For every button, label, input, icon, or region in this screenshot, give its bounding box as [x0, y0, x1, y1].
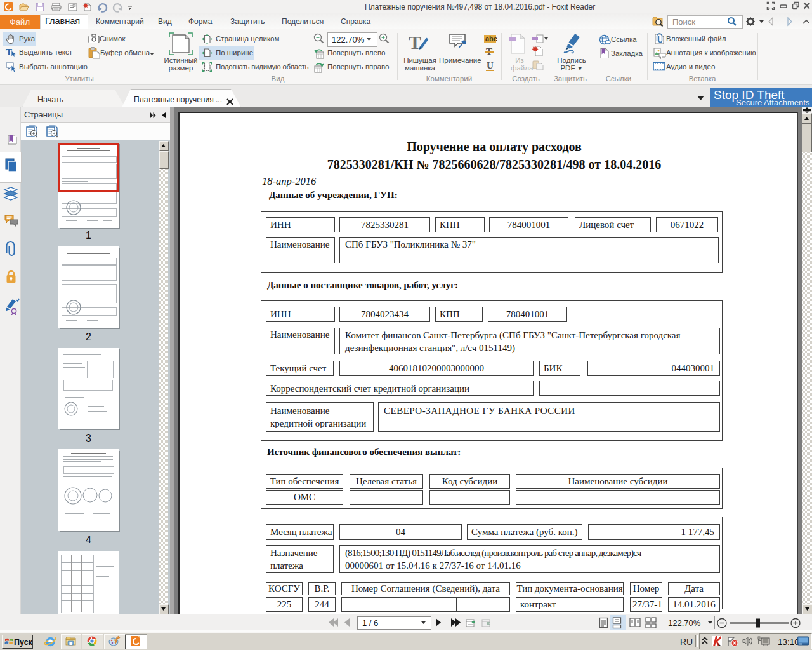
- svg-text:T: T: [6, 47, 12, 57]
